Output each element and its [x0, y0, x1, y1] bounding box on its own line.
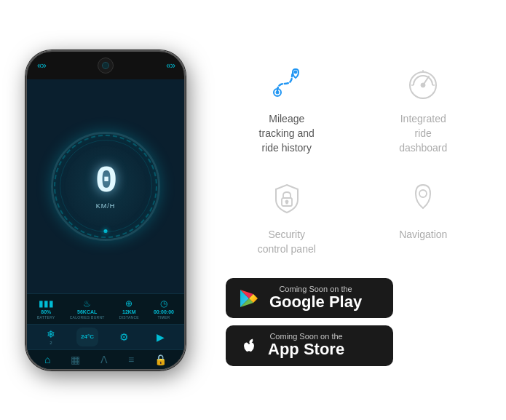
ctrl-settings[interactable]: ⚙ — [113, 328, 135, 346]
ctrl-mode[interactable]: ❄ 2 — [40, 328, 62, 346]
battery-value: 80% — [41, 309, 51, 314]
google-play-icon — [237, 287, 261, 310]
play-icon: ▶ — [157, 331, 165, 343]
feature-security: Securitycontrol panel — [226, 170, 348, 264]
temp-value: 24°C — [81, 333, 94, 340]
bottom-nav: ⌂ ▦ ᐱ ≡ 🔒 — [27, 349, 184, 369]
dashboard-icon — [403, 63, 443, 103]
security-label: Securitycontrol panel — [258, 228, 316, 256]
integrated-label: Integratedridedashboard — [399, 112, 447, 155]
main-container: « » « » 0 KM/H — [0, 0, 506, 420]
phone-chevrons-left: « » — [37, 60, 45, 71]
stat-battery: ▮▮▮ 80% BATTERY — [37, 298, 55, 320]
features-grid: Mileagetracking andride history — [226, 54, 484, 264]
stat-calories: ♨ 56KCAL CALORIES BURNT — [70, 298, 105, 320]
nav-lock-icon[interactable]: 🔒 — [154, 354, 167, 365]
settings-icon: ⚙ — [119, 331, 129, 343]
svg-point-5 — [421, 83, 425, 87]
speed-unit: KM/H — [96, 202, 116, 210]
svg-rect-11 — [286, 202, 288, 204]
nav-route-icon[interactable]: ᐱ — [100, 354, 108, 365]
app-store-title: App Store — [268, 341, 344, 358]
svg-point-1 — [276, 91, 279, 94]
controls-bar: ❄ 2 24°C ⚙ ▶ — [27, 324, 184, 349]
nav-home-icon[interactable]: ⌂ — [44, 354, 50, 365]
mode-label: 2 — [50, 341, 52, 345]
app-store-button[interactable]: Coming Soon on the App Store — [226, 325, 393, 365]
stat-distance: ⊕ 12KM DISTANCE — [119, 298, 139, 320]
app-store-text: Coming Soon on the App Store — [268, 333, 344, 358]
nav-menu-icon[interactable]: ≡ — [128, 354, 134, 365]
phone-screen: 0 KM/H ▮▮▮ 80% BATTERY ♨ 56K — [27, 79, 184, 369]
calories-icon: ♨ — [83, 298, 91, 309]
ctrl-temp[interactable]: 24°C — [76, 328, 98, 346]
mileage-label: Mileagetracking andride history — [259, 112, 315, 155]
security-icon — [269, 179, 305, 219]
nav-stats-icon[interactable]: ▦ — [71, 354, 80, 365]
mileage-icon — [266, 63, 307, 103]
google-play-title: Google Play — [269, 293, 362, 311]
feature-mileage: Mileagetracking andride history — [226, 54, 348, 162]
dot-indicator — [104, 229, 108, 233]
timer-icon: ◷ — [160, 298, 167, 309]
calories-label: CALORIES BURNT — [70, 315, 105, 320]
integrated-icon-wrapper — [401, 61, 445, 105]
speedometer-ring: 0 KM/H — [51, 132, 160, 241]
phone-notch-bar: « » « » — [27, 52, 184, 79]
feature-navigation: Navigation — [363, 170, 485, 264]
distance-icon: ⊕ — [125, 298, 133, 309]
mileage-icon-wrapper — [265, 61, 309, 105]
feature-integrated: Integratedridedashboard — [363, 54, 485, 162]
phone-wrapper: « » « » 0 KM/H — [7, 50, 204, 371]
battery-icon: ▮▮▮ — [39, 298, 54, 309]
stats-bar: ▮▮▮ 80% BATTERY ♨ 56KCAL CALORIES BURNT … — [27, 293, 184, 324]
navigation-icon-wrapper — [401, 177, 445, 221]
phone-chevrons-right: « » — [166, 60, 174, 71]
google-play-button[interactable]: Coming Soon on the Google Play — [226, 278, 393, 318]
phone-camera — [98, 58, 114, 74]
timer-value: 00:00:00 — [154, 309, 174, 314]
svg-point-2 — [294, 71, 297, 74]
navigation-label: Navigation — [399, 228, 447, 242]
calories-value: 56KCAL — [77, 309, 97, 314]
speedometer-area: 0 KM/H — [27, 79, 184, 293]
right-panel: Mileagetracking andride history — [204, 47, 499, 373]
google-play-text: Coming Soon on the Google Play — [269, 285, 362, 311]
app-store-icon — [237, 335, 259, 357]
timer-label: TIMER — [157, 315, 170, 320]
speed-display: 0 KM/H — [95, 163, 116, 210]
speed-digit: 0 — [95, 163, 116, 201]
mode-icon: ❄ — [47, 328, 55, 340]
ctrl-play[interactable]: ▶ — [149, 328, 171, 346]
store-buttons: Coming Soon on the Google Play Coming So… — [226, 278, 484, 365]
navigation-icon — [405, 179, 441, 219]
stat-timer: ◷ 00:00:00 TIMER — [154, 298, 174, 320]
battery-label: BATTERY — [37, 315, 55, 320]
svg-point-12 — [419, 190, 427, 197]
phone: « » « » 0 KM/H — [25, 50, 186, 371]
distance-label: DISTANCE — [119, 315, 139, 320]
distance-value: 12KM — [122, 309, 136, 314]
security-icon-wrapper — [265, 177, 309, 221]
